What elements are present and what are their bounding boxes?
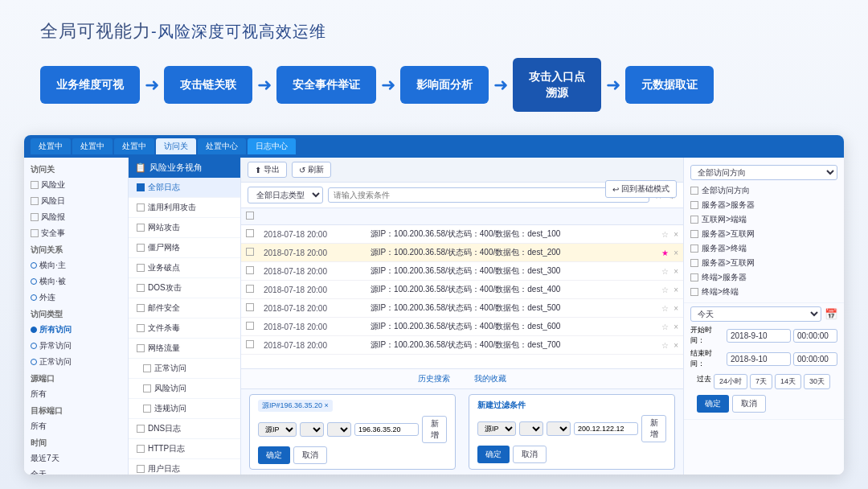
filter-type-select-1[interactable]: 源IP — [258, 422, 297, 437]
checkbox-internet-terminal[interactable]: 互联网>端端 — [690, 212, 837, 227]
checkbox-server-terminal[interactable]: 服务器>终端 — [690, 241, 837, 256]
menu-item-5[interactable]: DOS攻击 — [129, 278, 240, 298]
menu-item-14[interactable]: 用户日志 — [129, 459, 240, 475]
start-date-input[interactable] — [727, 329, 791, 343]
checkbox-server-server[interactable]: 服务器>服务器 — [690, 198, 837, 212]
checkbox-server-internet[interactable]: 服务器>互联网 — [690, 227, 837, 241]
my-favorites-link[interactable]: 我的收藏 — [474, 373, 506, 384]
close-icon[interactable]: × — [674, 249, 678, 257]
nav-tab-2[interactable]: 处置中 — [72, 138, 113, 154]
menu-item-4[interactable]: 业务破点 — [129, 258, 240, 278]
nav-tab-6[interactable]: 日志中心 — [248, 138, 296, 154]
sidebar-item-abnormal[interactable]: 异常访问 — [24, 338, 128, 354]
filter-new-btn-2[interactable]: 新增 — [641, 415, 666, 442]
refresh-button[interactable]: ↺ 刷新 — [292, 162, 331, 178]
menu-item-2[interactable]: 网站攻击 — [129, 218, 240, 238]
time-type-select[interactable]: 今天 — [690, 306, 821, 322]
star-icon[interactable]: ☆ — [661, 286, 669, 294]
sidebar-item-7days[interactable]: 最近7天 — [24, 450, 128, 466]
sidebar-item-lateral-main[interactable]: 横向·主 — [24, 257, 128, 273]
sidebar-item-risk-log[interactable]: 风险日 — [24, 193, 128, 209]
nav-tab-1[interactable]: 处置中 — [31, 138, 71, 154]
sidebar-item-risk-report[interactable]: 风险报 — [24, 209, 128, 225]
close-icon[interactable]: × — [674, 230, 678, 239]
checkbox-terminal-terminal[interactable]: 终端>终端 — [690, 285, 837, 299]
close-icon[interactable]: × — [674, 286, 678, 294]
checkbox-server-internet-2[interactable]: 服务器>互联网 — [690, 256, 837, 270]
menu-item-7[interactable]: 文件杀毒 — [129, 318, 240, 339]
star-icon[interactable]: ☆ — [661, 304, 669, 313]
sidebar-item-security[interactable]: 安全事 — [24, 225, 128, 241]
filter-val-select-1[interactable]: = — [327, 422, 351, 437]
start-time-input[interactable] — [793, 329, 837, 343]
table-row[interactable]: 2018-07-18 20:00 源IP：100.200.36.58/状态码：4… — [241, 225, 683, 244]
sidebar-item-normal[interactable]: 正常访问 — [24, 354, 128, 370]
14d-button[interactable]: 14天 — [775, 374, 801, 389]
end-time-input[interactable] — [793, 352, 837, 366]
star-icon[interactable]: ☆ — [661, 230, 669, 239]
table-row[interactable]: 2018-07-18 20:00 源IP：100.200.36.58/状态码：4… — [241, 318, 683, 336]
sidebar-item-src-port[interactable]: 所有 — [24, 386, 128, 402]
end-date-input[interactable] — [727, 352, 791, 366]
flow-step-6: 元数据取证 — [625, 66, 714, 105]
filter-confirm-btn-2[interactable]: 确定 — [477, 446, 510, 463]
log-type-select[interactable]: 全部日志类型 — [248, 187, 323, 203]
history-search-link[interactable]: 历史搜索 — [418, 373, 450, 384]
export-button[interactable]: ⬆ 导出 — [248, 162, 287, 178]
7d-button[interactable]: 7天 — [750, 374, 772, 389]
menu-item-1[interactable]: 滥用利用攻击 — [129, 198, 240, 218]
filter-val-select-2[interactable]: = — [547, 421, 571, 436]
menu-item-8[interactable]: 网络流量 — [129, 339, 240, 359]
sidebar-item-lateral-sub[interactable]: 横向·被 — [24, 273, 128, 290]
star-icon[interactable]: ☆ — [661, 323, 669, 331]
checkbox-terminal-server[interactable]: 终端>服务器 — [690, 270, 837, 285]
table-row[interactable]: 2018-07-18 20:00 源IP：100.200.36.58/状态码：4… — [241, 244, 683, 262]
close-icon[interactable]: × — [674, 341, 678, 350]
calendar-icon[interactable]: 📅 — [825, 308, 837, 320]
return-basic-mode-button[interactable]: ↩ 回到基础模式 — [605, 180, 677, 198]
menu-item-11[interactable]: 违规访问 — [129, 399, 240, 419]
close-icon[interactable]: × — [674, 304, 678, 313]
30d-button[interactable]: 30天 — [804, 374, 830, 389]
table-row[interactable]: 2018-07-18 20:00 源IP：100.200.36.58/状态码：4… — [241, 299, 683, 318]
filter-value-input-2[interactable] — [574, 422, 638, 435]
filter-op-select-1[interactable]: = — [300, 422, 324, 437]
menu-item-9[interactable]: 正常访问 — [129, 359, 240, 379]
filter-new-btn-1[interactable]: 新增 — [422, 416, 447, 443]
search-input[interactable] — [328, 187, 649, 203]
star-filled-icon[interactable]: ★ — [661, 249, 669, 257]
check-icon — [137, 183, 145, 191]
time-confirm-button[interactable]: 确定 — [697, 395, 729, 413]
sidebar-item-risk-biz[interactable]: 风险业 — [24, 177, 128, 193]
sidebar-item-allday[interactable]: 全天 — [24, 466, 128, 475]
filter-cancel-btn-1[interactable]: 取消 — [293, 446, 327, 464]
menu-item-3[interactable]: 僵尸网络 — [129, 238, 240, 258]
sidebar-item-external[interactable]: 外连 — [24, 290, 128, 306]
menu-item-12[interactable]: DNS日志 — [129, 419, 240, 439]
close-icon[interactable]: × — [674, 323, 678, 331]
star-icon[interactable]: ☆ — [661, 341, 669, 350]
table-row[interactable]: 2018-07-18 20:00 源IP：100.200.36.58/状态码：4… — [241, 336, 683, 355]
filter-cancel-btn-2[interactable]: 取消 — [513, 446, 547, 463]
filter-value-input-1[interactable] — [354, 423, 419, 436]
close-icon[interactable]: × — [674, 267, 678, 276]
menu-item-10[interactable]: 风险访问 — [129, 379, 240, 399]
sidebar-item-all-access[interactable]: 所有访问 — [24, 322, 128, 338]
time-cancel-button[interactable]: 取消 — [732, 395, 766, 413]
menu-item-6[interactable]: 邮件安全 — [129, 298, 240, 318]
filter-op-select-2[interactable]: = — [519, 421, 543, 436]
nav-tab-4[interactable]: 访问关 — [156, 138, 196, 154]
menu-item-13[interactable]: HTTP日志 — [129, 439, 240, 459]
direction-select[interactable]: 全部访问方向 — [690, 165, 837, 180]
filter-type-select-2[interactable]: 源IP — [477, 421, 516, 436]
filter-confirm-btn-1[interactable]: 确定 — [258, 446, 290, 464]
sidebar-item-dst-port[interactable]: 所有 — [24, 418, 128, 434]
menu-item-0[interactable]: 全部日志 — [129, 178, 240, 198]
checkbox-all-direction[interactable]: 全部访问方向 — [690, 183, 837, 198]
table-row[interactable]: 2018-07-18 20:00 源IP：100.200.36.58/状态码：4… — [241, 281, 683, 299]
star-icon[interactable]: ☆ — [661, 267, 669, 276]
nav-tab-3[interactable]: 处置中 — [114, 138, 154, 154]
24h-button[interactable]: 24小时 — [714, 374, 747, 389]
table-row[interactable]: 2018-07-18 20:00 源IP：100.200.36.58/状态码：4… — [241, 262, 683, 281]
nav-tab-5[interactable]: 处置中心 — [198, 138, 246, 154]
